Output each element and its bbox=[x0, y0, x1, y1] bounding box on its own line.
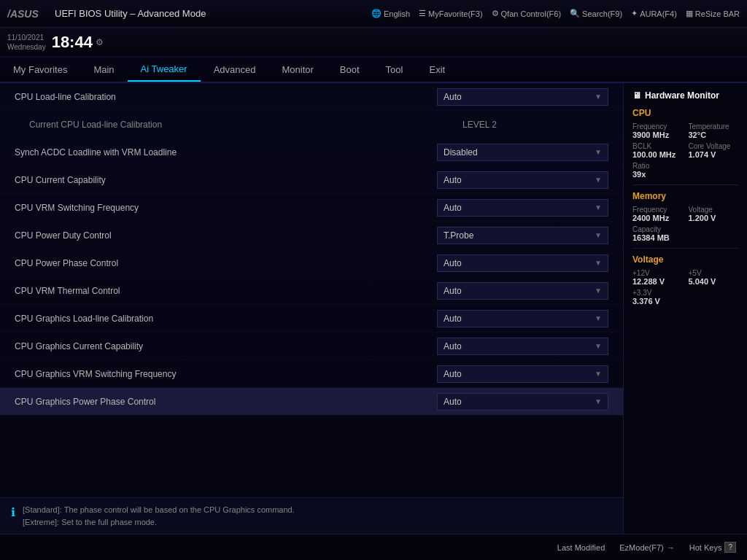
nav-tool[interactable]: Tool bbox=[373, 57, 417, 82]
hw-cpu-grid: Frequency 3900 MHz Temperature 32°C BCLK… bbox=[632, 122, 738, 179]
hw-cpu-core-voltage: Core Voltage 1.074 V bbox=[689, 142, 739, 159]
hw-cpu-bclk: BCLK 100.00 MHz bbox=[632, 142, 683, 159]
setting-row-cpu-graphics-load-line: CPU Graphics Load-line Calibration Auto … bbox=[0, 305, 623, 332]
svg-text:/ASUS: /ASUS bbox=[7, 8, 39, 20]
content-area: CPU Load-line Calibration Auto ▼ Current… bbox=[0, 83, 623, 534]
nav-main[interactable]: Main bbox=[80, 57, 127, 82]
setting-row-synch-acdc: Synch ACDC Loadline with VRM Loadline Di… bbox=[0, 139, 623, 166]
nav-boot[interactable]: Boot bbox=[327, 57, 373, 82]
navbar: My Favorites Main Ai Tweaker Advanced Mo… bbox=[0, 57, 747, 83]
hw-v5: +5V 5.040 V bbox=[689, 269, 739, 286]
nav-ai-tweaker[interactable]: Ai Tweaker bbox=[128, 57, 201, 82]
aura-btn[interactable]: ✦ AURA(F4) bbox=[631, 9, 677, 18]
chevron-down-icon: ▼ bbox=[595, 287, 602, 295]
hw-voltage-grid: +12V 12.288 V +5V 5.040 V +3.3V 3.376 V bbox=[632, 269, 738, 306]
chevron-down-icon: ▼ bbox=[595, 176, 602, 184]
hotkeys-btn[interactable]: Hot Keys ? bbox=[689, 542, 736, 553]
cpu-power-phase-dropdown[interactable]: Auto ▼ bbox=[437, 254, 608, 272]
logo: /ASUS bbox=[7, 6, 44, 22]
hw-cpu-freq-label: Frequency 3900 MHz bbox=[632, 122, 683, 139]
cpu-graphics-current-cap-dropdown[interactable]: Auto ▼ bbox=[437, 338, 608, 355]
ezmode-arrow-icon: → bbox=[667, 543, 675, 552]
hw-v33: +3.3V 3.376 V bbox=[632, 289, 738, 306]
chevron-down-icon: ▼ bbox=[595, 148, 602, 156]
cpu-current-cap-dropdown[interactable]: Auto ▼ bbox=[437, 171, 608, 189]
setting-row-cpu-current-cap: CPU Current Capability Auto ▼ bbox=[0, 166, 623, 194]
synch-acdc-dropdown[interactable]: Disabled ▼ bbox=[437, 144, 608, 161]
setting-row-cpu-graphics-current-cap: CPU Graphics Current Capability Auto ▼ bbox=[0, 332, 623, 360]
hw-cpu-ratio: Ratio 39x bbox=[632, 162, 683, 179]
setting-row-cpu-vrm-switch-freq: CPU VRM Switching Frequency Auto ▼ bbox=[0, 194, 623, 222]
cpu-vrm-switch-freq-dropdown[interactable]: Auto ▼ bbox=[437, 199, 608, 217]
setting-row-cpu-vrm-thermal: CPU VRM Thermal Control Auto ▼ bbox=[0, 277, 623, 305]
nav-monitor[interactable]: Monitor bbox=[269, 57, 327, 82]
time-display: 18:44 bbox=[52, 33, 93, 52]
hw-cpu-temp-label: Temperature 32°C bbox=[689, 122, 739, 139]
hw-divider-2 bbox=[632, 248, 738, 249]
header-buttons: 🌐 English ☰ MyFavorite(F3) ⚙ Qfan Contro… bbox=[371, 9, 740, 18]
search-icon: 🔍 bbox=[570, 9, 580, 18]
qfan-icon: ⚙ bbox=[492, 9, 499, 18]
setting-row-current-cpu-load-line: Current CPU Load-line Calibration LEVEL … bbox=[0, 111, 623, 139]
chevron-down-icon: ▼ bbox=[595, 314, 602, 322]
hw-divider-1 bbox=[632, 184, 738, 185]
info-text: [Standard]: The phase control will be ba… bbox=[23, 504, 295, 528]
language-btn[interactable]: 🌐 English bbox=[371, 9, 410, 18]
hw-voltage-section-title: Voltage bbox=[632, 254, 738, 265]
settings-list: CPU Load-line Calibration Auto ▼ Current… bbox=[0, 83, 623, 497]
main-layout: CPU Load-line Calibration Auto ▼ Current… bbox=[0, 83, 747, 534]
resizerebar-icon: ▦ bbox=[686, 9, 693, 18]
cpu-graphics-vrm-switch-freq-dropdown[interactable]: Auto ▼ bbox=[437, 365, 608, 383]
myfavorite-btn[interactable]: ☰ MyFavorite(F3) bbox=[419, 9, 483, 18]
hw-mem-capacity: Capacity 16384 MB bbox=[632, 225, 738, 242]
setting-row-cpu-graphics-vrm-switch-freq: CPU Graphics VRM Switching Frequency Aut… bbox=[0, 360, 623, 388]
nav-exit[interactable]: Exit bbox=[416, 57, 458, 82]
qfan-btn[interactable]: ⚙ Qfan Control(F6) bbox=[492, 9, 562, 18]
hotkeys-icon: ? bbox=[724, 542, 736, 553]
hw-mem-freq: Frequency 2400 MHz bbox=[632, 206, 683, 222]
cpu-vrm-thermal-dropdown[interactable]: Auto ▼ bbox=[437, 282, 608, 300]
date-display: 11/10/2021 Wednesday bbox=[7, 33, 46, 52]
asus-logo-icon: /ASUS bbox=[7, 6, 44, 22]
setting-row-cpu-load-line: CPU Load-line Calibration Auto ▼ bbox=[0, 83, 623, 111]
globe-icon: 🌐 bbox=[371, 9, 382, 18]
nav-my-favorites[interactable]: My Favorites bbox=[0, 57, 80, 82]
hw-monitor-panel: 🖥 Hardware Monitor CPU Frequency 3900 MH… bbox=[623, 83, 747, 534]
cpu-graphics-load-line-dropdown[interactable]: Auto ▼ bbox=[437, 310, 608, 327]
footer: Last Modified EzMode(F7) → Hot Keys ? bbox=[0, 534, 747, 560]
hw-cpu-section-title: CPU bbox=[632, 108, 738, 118]
chevron-down-icon: ▼ bbox=[595, 397, 602, 405]
menu-icon: ☰ bbox=[419, 9, 426, 18]
aura-icon: ✦ bbox=[631, 9, 638, 18]
hw-memory-section-title: Memory bbox=[632, 191, 738, 201]
hw-v12: +12V 12.288 V bbox=[632, 269, 683, 286]
setting-row-cpu-graphics-power-phase: CPU Graphics Power Phase Control Auto ▼ bbox=[0, 388, 623, 416]
last-modified-btn[interactable]: Last Modified bbox=[557, 543, 605, 552]
chevron-down-icon: ▼ bbox=[595, 203, 602, 211]
search-btn[interactable]: 🔍 Search(F9) bbox=[570, 9, 622, 18]
chevron-down-icon: ▼ bbox=[595, 370, 602, 378]
hw-mem-voltage: Voltage 1.200 V bbox=[689, 206, 739, 222]
cpu-graphics-power-phase-dropdown[interactable]: Auto ▼ bbox=[437, 393, 608, 411]
chevron-down-icon: ▼ bbox=[595, 93, 602, 101]
chevron-down-icon: ▼ bbox=[595, 342, 602, 350]
header: /ASUS UEFI BIOS Utility – Advanced Mode … bbox=[0, 0, 747, 28]
info-bar: ℹ [Standard]: The phase control will be … bbox=[0, 497, 623, 534]
resizerebar-btn[interactable]: ▦ ReSize BAR bbox=[686, 9, 740, 18]
bios-title: UEFI BIOS Utility – Advanced Mode bbox=[55, 8, 206, 19]
info-icon: ℹ bbox=[11, 505, 15, 519]
settings-gear-icon[interactable]: ⚙ bbox=[96, 37, 104, 47]
cpu-power-duty-dropdown[interactable]: T.Probe ▼ bbox=[437, 227, 608, 244]
monitor-icon: 🖥 bbox=[632, 90, 641, 101]
chevron-down-icon: ▼ bbox=[595, 259, 602, 267]
hw-monitor-title: 🖥 Hardware Monitor bbox=[632, 90, 738, 101]
datetime-bar: 11/10/2021 Wednesday 18:44 ⚙ bbox=[0, 28, 747, 57]
hw-memory-grid: Frequency 2400 MHz Voltage 1.200 V Capac… bbox=[632, 206, 738, 242]
setting-row-cpu-power-duty: CPU Power Duty Control T.Probe ▼ bbox=[0, 222, 623, 249]
chevron-down-icon: ▼ bbox=[595, 231, 602, 239]
cpu-load-line-dropdown[interactable]: Auto ▼ bbox=[437, 88, 608, 106]
nav-advanced[interactable]: Advanced bbox=[201, 57, 269, 82]
ezmode-btn[interactable]: EzMode(F7) → bbox=[619, 543, 675, 552]
setting-row-cpu-power-phase: CPU Power Phase Control Auto ▼ bbox=[0, 249, 623, 277]
